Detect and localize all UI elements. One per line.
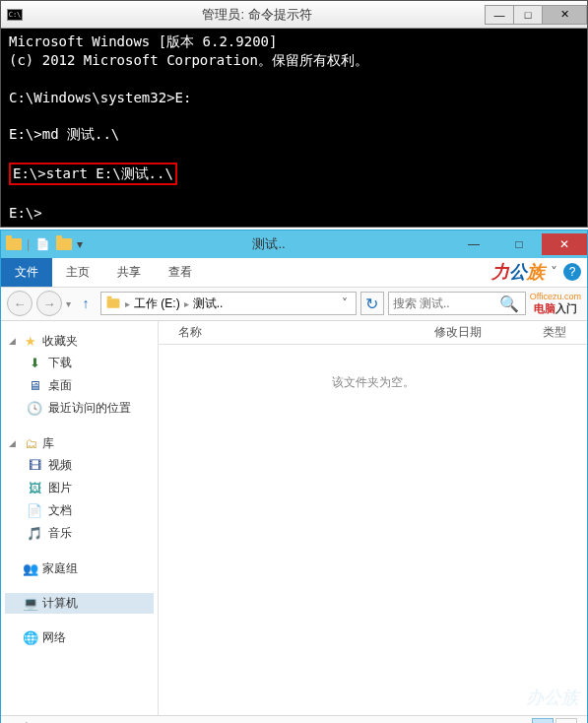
homegroup-group: ▷ 👥 家庭组 [5, 559, 154, 579]
cmd-line: E:\> [9, 205, 42, 221]
address-bar[interactable]: ▸ 工作 (E:) ▸ 测试.. ˅ [100, 292, 357, 315]
cmd-line: (c) 2012 Microsoft Corporation。保留所有权利。 [9, 52, 368, 68]
quick-access-toolbar: | 📄 ▾ [1, 235, 87, 253]
sidebar-network[interactable]: ▷ 🌐 网络 [5, 627, 154, 648]
sidebar-libraries[interactable]: ◢ 🗂 库 [5, 433, 154, 454]
cmd-title: 管理员: 命令提示符 [29, 6, 486, 24]
sidebar-item-recent[interactable]: 🕓最近访问的位置 [5, 397, 154, 420]
icons-view-button[interactable]: ▦ [555, 718, 577, 723]
view-switcher: ☰ ▦ [532, 718, 577, 723]
picture-icon: 🖼 [27, 480, 42, 495]
cmd-titlebar[interactable]: C:\ 管理员: 命令提示符 — □ ✕ [1, 1, 587, 29]
column-name[interactable]: 名称 [178, 324, 434, 341]
breadcrumb-drive[interactable]: 工作 (E:) [134, 296, 180, 312]
sidebar-item-downloads[interactable]: ⬇下载 [5, 352, 154, 374]
search-icon[interactable]: 🔍 [493, 295, 525, 313]
desktop-icon: 🖥 [27, 377, 42, 393]
cmd-line: C:\Windows\system32>E: [9, 90, 191, 105]
status-bar: 0 个项目 ☰ ▦ [1, 715, 587, 723]
navigation-bar: ← → ▾ ↑ ▸ 工作 (E:) ▸ 测试.. ˅ ↻ 🔍 Officezu.… [1, 288, 587, 321]
computer-group: ▷ 💻 计算机 [5, 593, 154, 614]
column-type[interactable]: 类型 [543, 324, 566, 341]
document-icon: 📄 [27, 502, 42, 518]
folder-icon[interactable] [55, 235, 73, 253]
forward-button[interactable]: → [36, 291, 62, 316]
search-input[interactable] [389, 296, 493, 310]
cmd-line-highlighted: E:\>start E:\测试..\ [9, 163, 177, 185]
sidebar-homegroup[interactable]: ▷ 👥 家庭组 [5, 559, 154, 579]
sidebar-computer[interactable]: ▷ 💻 计算机 [5, 593, 154, 614]
back-button[interactable]: ← [7, 291, 33, 316]
tab-file[interactable]: 文件 [1, 258, 52, 287]
maximize-button[interactable]: □ [513, 5, 543, 25]
cmd-window-controls: — □ ✕ [486, 5, 587, 25]
tab-home[interactable]: 主页 [52, 258, 103, 287]
network-icon: 🌐 [23, 629, 38, 645]
address-dropdown[interactable]: ˅ [338, 296, 352, 310]
cmd-line: E:\>md 测试..\ [9, 126, 119, 142]
history-dropdown[interactable]: ▾ [66, 298, 71, 309]
explorer-title: 测试.. [87, 235, 451, 253]
sidebar-item-music[interactable]: 🎵音乐 [5, 522, 154, 545]
homegroup-icon: 👥 [23, 560, 38, 576]
details-view-button[interactable]: ☰ [532, 718, 554, 723]
cmd-icon: C:\ [7, 9, 23, 21]
sidebar-item-videos[interactable]: 🎞视频 [5, 454, 154, 477]
properties-icon[interactable]: 📄 [33, 235, 51, 253]
up-button[interactable]: ↑ [75, 293, 97, 314]
recent-icon: 🕓 [27, 400, 42, 416]
star-icon: ★ [23, 333, 38, 349]
watermark-logo: 力公族 [491, 260, 545, 284]
sidebar-item-pictures[interactable]: 🖼图片 [5, 477, 154, 499]
sidebar-item-desktop[interactable]: 🖥桌面 [5, 374, 154, 397]
cmd-line: Microsoft Windows [版本 6.2.9200] [9, 33, 277, 49]
folder-icon [107, 299, 120, 309]
computer-icon: 💻 [23, 595, 38, 611]
folder-icon[interactable] [5, 235, 23, 253]
favorites-group: ◢ ★ 收藏夹 ⬇下载 🖥桌面 🕓最近访问的位置 [5, 331, 154, 420]
cmd-output[interactable]: Microsoft Windows [版本 6.2.9200] (c) 2012… [1, 29, 587, 227]
sidebar-favorites[interactable]: ◢ ★ 收藏夹 [5, 331, 154, 352]
breadcrumb-folder[interactable]: 测试.. [193, 296, 224, 312]
minimize-button[interactable]: — [451, 233, 496, 255]
empty-folder-message: 该文件夹为空。 [159, 374, 587, 391]
libraries-group: ◢ 🗂 库 🎞视频 🖼图片 📄文档 🎵音乐 [5, 433, 154, 545]
column-headers: 名称 修改日期 类型 [159, 321, 587, 345]
music-icon: 🎵 [27, 525, 42, 541]
qat-dropdown[interactable]: ▾ [77, 237, 83, 251]
explorer-window-controls: — □ ✕ [451, 233, 587, 255]
breadcrumb-sep[interactable]: ▸ [184, 298, 189, 309]
ribbon-collapse[interactable]: ˅ [551, 264, 557, 280]
cmd-window: C:\ 管理员: 命令提示符 — □ ✕ Microsoft Windows [… [0, 0, 588, 228]
tab-share[interactable]: 共享 [103, 258, 155, 287]
ribbon: 文件 主页 共享 查看 力公族 ˅ ? [1, 258, 587, 288]
maximize-button[interactable]: □ [496, 233, 542, 255]
watermark: 办公族 [526, 686, 579, 709]
watermark-text: Officezu.com 电脑入门 [530, 292, 581, 316]
refresh-button[interactable]: ↻ [360, 292, 384, 315]
minimize-button[interactable]: — [485, 5, 514, 25]
column-date[interactable]: 修改日期 [434, 324, 543, 341]
video-icon: 🎞 [27, 457, 42, 473]
close-button[interactable]: ✕ [542, 233, 587, 255]
breadcrumb-sep[interactable]: ▸ [125, 298, 130, 309]
help-button[interactable]: ? [563, 263, 581, 281]
file-list[interactable]: 名称 修改日期 类型 该文件夹为空。 办公族 [159, 321, 587, 715]
network-group: ▷ 🌐 网络 [5, 627, 154, 648]
explorer-titlebar[interactable]: | 📄 ▾ 测试.. — □ ✕ [1, 230, 587, 258]
explorer-body: ◢ ★ 收藏夹 ⬇下载 🖥桌面 🕓最近访问的位置 ◢ 🗂 库 🎞视频 🖼图片 📄… [1, 321, 587, 715]
qat-sep: | [27, 237, 30, 251]
library-icon: 🗂 [23, 435, 38, 451]
close-button[interactable]: ✕ [542, 5, 587, 25]
tab-view[interactable]: 查看 [155, 258, 206, 287]
sidebar-item-documents[interactable]: 📄文档 [5, 499, 154, 522]
ribbon-right: 力公族 ˅ ? [491, 260, 587, 284]
navigation-pane: ◢ ★ 收藏夹 ⬇下载 🖥桌面 🕓最近访问的位置 ◢ 🗂 库 🎞视频 🖼图片 📄… [1, 321, 159, 715]
download-icon: ⬇ [27, 355, 42, 370]
explorer-window: | 📄 ▾ 测试.. — □ ✕ 文件 主页 共享 查看 力公族 ˅ ? ← →… [0, 230, 588, 723]
search-box[interactable]: 🔍 [388, 292, 526, 315]
